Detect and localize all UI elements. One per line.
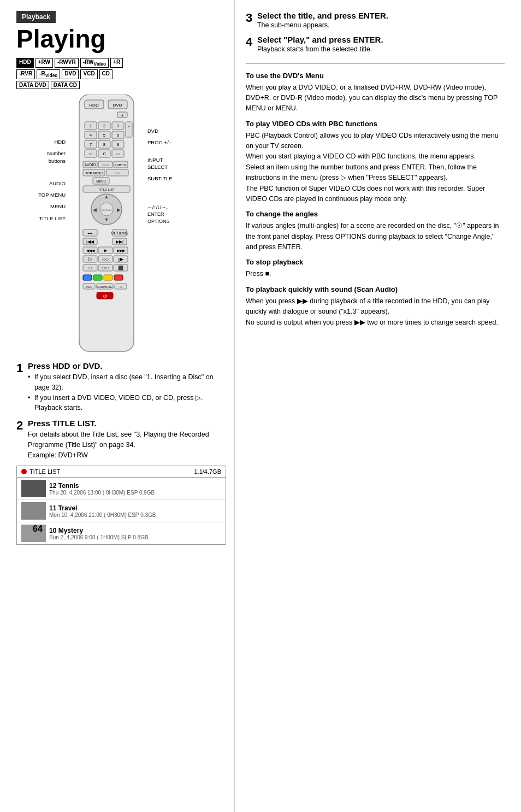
step-4: 4 Select "Play," and press ENTER. Playba… bbox=[246, 35, 505, 55]
title-list-header: TITLE LIST 1.1/4.7GB bbox=[17, 466, 226, 478]
remote-labels-right: DVD PROG +/– INPUTSELECT SUBTITLE ←/↑/↓/… bbox=[147, 95, 197, 357]
svg-text:⬛: ⬛ bbox=[118, 265, 123, 270]
svg-text:TOP MENU: TOP MENU bbox=[85, 172, 102, 175]
svg-text:⬭⬭: ⬭⬭ bbox=[102, 257, 109, 261]
svg-text:||▶: ||▶ bbox=[118, 257, 124, 262]
svg-text:⬭ ⬭: ⬭ ⬭ bbox=[102, 163, 109, 167]
svg-text:+: + bbox=[128, 125, 130, 128]
step-1-bullet-1: If you select DVD, insert a disc (see "1… bbox=[28, 372, 218, 393]
step-4-number: 4 bbox=[246, 35, 252, 49]
step-4-title: Select "Play," and press ENTER. bbox=[257, 35, 383, 44]
step-3-number: 3 bbox=[246, 11, 252, 25]
svg-text:CH/PROG: CH/PROG bbox=[97, 285, 113, 289]
section-angles-heading: To change the angles bbox=[246, 210, 505, 218]
step-2: 2 Press TITLE LIST. For details about th… bbox=[16, 419, 226, 460]
section-angles-text: If various angles (multi-angles) for a s… bbox=[246, 221, 505, 252]
badge-rw-plus: +RW bbox=[35, 58, 53, 68]
svg-rect-82 bbox=[93, 275, 102, 280]
step-3-content: Select the title, and press ENTER. The s… bbox=[257, 11, 497, 31]
item-details-1: Thu 20, 4,2006 13:00 ( 0H30M) ESP 0.9GB bbox=[49, 490, 221, 496]
svg-text:▶: ▶ bbox=[104, 248, 108, 253]
svg-text:▶▶▶: ▶▶▶ bbox=[117, 249, 126, 252]
svg-text:▷: ▷ bbox=[88, 256, 92, 262]
divider bbox=[246, 63, 505, 63]
svg-rect-84 bbox=[114, 275, 123, 280]
step-2-number: 2 bbox=[16, 419, 23, 433]
badge-rvr: -RVR bbox=[16, 69, 35, 79]
format-badges: HDD +RW -RWVR -RWVideo +R -RVR -RVideo D… bbox=[16, 58, 226, 89]
step-1-title: Press HDD or DVD. bbox=[28, 361, 218, 370]
badge-vcd: VCD bbox=[80, 69, 97, 79]
svg-text:⬭⬭: ⬭⬭ bbox=[115, 172, 121, 175]
item-info-3: 10 Mystery Sun 2, 4,2006 9:00 ( 1H00M) S… bbox=[49, 527, 221, 540]
title-list-item-2: 11 Travel Mon 10, 4,2006 21:00 ( 0H30M) … bbox=[17, 500, 226, 522]
svg-rect-81 bbox=[83, 275, 92, 280]
svg-text:SUBTTL: SUBTTL bbox=[114, 163, 127, 167]
item-title-1: Tennis bbox=[58, 482, 79, 490]
badge-rplus: +R bbox=[110, 58, 123, 68]
label-subtitle: SUBTITLE bbox=[147, 175, 197, 182]
svg-text:▲: ▲ bbox=[121, 113, 125, 117]
svg-rect-83 bbox=[104, 275, 113, 280]
title-list-box: TITLE LIST 1.1/4.7GB 12 Tennis Thu 20, 4… bbox=[16, 466, 226, 545]
item-title-2: Travel bbox=[58, 504, 78, 512]
svg-text:|◀◀: |◀◀ bbox=[86, 239, 94, 244]
item-name-2: 11 Travel bbox=[49, 504, 221, 512]
svg-text:▶: ▶ bbox=[117, 207, 121, 213]
badge-rvideo: -RVideo bbox=[37, 69, 60, 79]
svg-text:▶▶|: ▶▶| bbox=[116, 239, 123, 244]
label-menu: MENU bbox=[16, 203, 66, 210]
section-dvd-menu-heading: To use the DVD's Menu bbox=[246, 72, 505, 80]
item-name-1: 12 Tennis bbox=[49, 482, 221, 490]
section-stop-playback-text: Press ■. bbox=[246, 269, 505, 279]
svg-text:8: 8 bbox=[103, 142, 106, 147]
record-dot bbox=[21, 469, 27, 474]
title-list-label: TITLE LIST bbox=[29, 468, 60, 475]
svg-text:TITLE LIST: TITLE LIST bbox=[98, 188, 115, 191]
step-3: 3 Select the title, and press ENTER. The… bbox=[246, 11, 505, 31]
title-list-item-3: 10 Mystery Sun 2, 4,2006 9:00 ( 1H00M) S… bbox=[17, 522, 226, 544]
svg-text:9: 9 bbox=[117, 142, 120, 147]
item-details-3: Sun 2, 4,2006 9:00 ( 1H00M) SLP 0.8GB bbox=[49, 534, 221, 540]
format-row-3: DATA DVD DATA CD bbox=[16, 81, 226, 89]
format-row-1: HDD +RW -RWVR -RWVideo +R bbox=[16, 58, 226, 68]
format-row-2: -RVR -RVideo DVD VCD CD bbox=[16, 69, 226, 79]
page-title: Playing bbox=[16, 26, 226, 51]
item-title-3: Mystery bbox=[58, 527, 83, 534]
label-prog: PROG +/– bbox=[147, 139, 197, 146]
step-4-content: Select "Play," and press ENTER. Playback… bbox=[257, 35, 497, 55]
step-3-body: The sub-menu appears. bbox=[257, 21, 330, 29]
svg-text:AUDIO: AUDIO bbox=[85, 163, 96, 167]
label-number-buttons: Numberbuttons bbox=[16, 150, 66, 164]
svg-text:⬭: ⬭ bbox=[88, 266, 92, 270]
item-info-2: 11 Travel Mon 10, 4,2006 21:00 ( 0H30M) … bbox=[49, 504, 221, 518]
title-list-item-1: 12 Tennis Thu 20, 4,2006 13:00 ( 0H30M) … bbox=[17, 478, 226, 500]
svg-text:▼: ▼ bbox=[104, 217, 109, 222]
thumb-2 bbox=[21, 502, 46, 520]
section-vcd-pbc-heading: To play VIDEO CDs with PBC functions bbox=[246, 120, 505, 128]
section-dvd-menu-text: When you play a DVD VIDEO, or a finalise… bbox=[246, 83, 505, 114]
section-badge: Playback bbox=[16, 11, 56, 23]
section-stop-playback-heading: To stop playback bbox=[246, 258, 505, 266]
step-1-bullets: If you select DVD, insert a disc (see "1… bbox=[28, 372, 218, 413]
svg-text:3: 3 bbox=[117, 123, 120, 128]
svg-text:▲: ▲ bbox=[104, 194, 109, 199]
step-1-number: 1 bbox=[16, 361, 23, 375]
item-details-2: Mon 10, 4,2006 21:00 ( 0H30M) ESP 0.3GB bbox=[49, 512, 221, 518]
svg-text:HDD: HDD bbox=[89, 103, 99, 108]
right-column: 3 Select the title, and press ENTER. The… bbox=[235, 0, 521, 812]
label-audio: AUDIO bbox=[16, 180, 66, 187]
svg-text:6: 6 bbox=[117, 133, 120, 138]
item-num-1: 12 bbox=[49, 482, 56, 490]
svg-text:MENU: MENU bbox=[96, 180, 106, 183]
title-list-header-left: TITLE LIST bbox=[21, 468, 60, 475]
svg-text:DVD: DVD bbox=[113, 103, 122, 108]
item-name-3: 10 Mystery bbox=[49, 527, 221, 534]
label-dvd: DVD bbox=[147, 127, 197, 134]
page: Playback Playing HDD +RW -RWVR -RWVideo … bbox=[0, 0, 521, 812]
label-arrows: ←/↑/↓/→,ENTEROPTIONS bbox=[147, 204, 197, 225]
left-column: Playback Playing HDD +RW -RWVR -RWVideo … bbox=[0, 0, 235, 812]
svg-text:⬭: ⬭ bbox=[89, 152, 92, 156]
label-top-menu: TOP MENU bbox=[16, 191, 66, 198]
step-2-title: Press TITLE LIST. bbox=[28, 419, 218, 428]
